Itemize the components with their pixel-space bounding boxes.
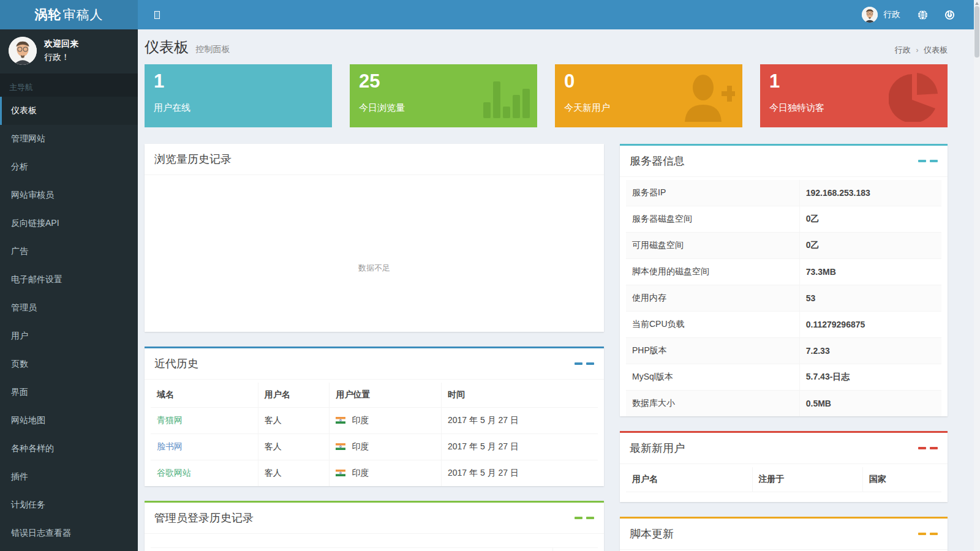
server-info-value: 192.168.253.183 — [799, 180, 941, 206]
newest-users-panel: 最新新用户 用户名 注册于 国家 — [620, 431, 948, 502]
stat-value: 1 — [154, 70, 323, 94]
breadcrumb-separator: › — [916, 46, 918, 54]
collapse-dash-icon[interactable] — [930, 447, 938, 449]
script-update-panel: 脚本更新 — [620, 517, 948, 551]
sidebar-item-php-info[interactable]: PHP信息 — [0, 547, 138, 551]
pageviews-history-panel: 浏览量历史记录 数据不足 — [145, 144, 604, 332]
panel-tools — [918, 533, 938, 535]
sidebar-item-users[interactable]: 用户 — [0, 322, 138, 350]
table-row: 数据库大小0.5MB — [626, 391, 941, 417]
server-info-table: 服务器IP192.168.253.183 服务器磁盘空间0乙 可用磁盘空间0乙 … — [626, 180, 941, 416]
sidebar-item-ads[interactable]: 广告 — [0, 238, 138, 266]
collapse-dash-icon[interactable] — [586, 517, 594, 519]
avatar — [862, 7, 878, 23]
newest-users-table: 用户名 注册于 国家 — [626, 467, 941, 502]
stat-label: 用户在线 — [154, 102, 323, 114]
sidebar: 欢迎回来 行政！ 主导航 仪表板 管理网站 分析 网站审核员 反向链接API 广… — [0, 29, 138, 551]
sidebar-item-manage-sites[interactable]: 管理网站 — [0, 125, 138, 153]
india-flag-icon — [336, 442, 345, 452]
sidebar-user-panel: 欢迎回来 行政！ — [0, 29, 138, 73]
sidebar-item-site-auditor[interactable]: 网站审核员 — [0, 181, 138, 209]
domain-link[interactable]: 脸书网 — [157, 441, 183, 451]
collapse-dash-icon[interactable] — [918, 533, 926, 535]
logo-bold-text: 涡轮 — [35, 6, 62, 23]
user-menu[interactable]: 行政 — [853, 0, 909, 29]
breadcrumb-current: 仪表板 — [924, 45, 948, 54]
server-info-label: 数据库大小 — [626, 391, 799, 417]
page-title: 仪表板 — [145, 39, 189, 55]
stat-card-users-online[interactable]: 1 用户在线 — [145, 64, 332, 127]
panel-tools — [918, 447, 938, 449]
domain-link[interactable]: 谷歌网站 — [157, 468, 191, 478]
panel-tools — [918, 160, 938, 162]
cell-location: 印度 — [330, 408, 442, 434]
cell-time: 2017 年 5 月 27 日 — [441, 408, 598, 434]
cell-location: 印度 — [330, 434, 442, 460]
server-info-label: PHP版本 — [626, 338, 799, 364]
welcome-text: 欢迎回来 行政！ — [44, 37, 78, 64]
table-row: 谷歌网站 客人 印度 2017 年 5 月 27 日 — [151, 460, 598, 487]
stat-card-unique-visitors-today[interactable]: 1 今日独特访客 — [760, 64, 948, 127]
sidebar-item-pages[interactable]: 页数 — [0, 350, 138, 378]
collapse-dash-icon[interactable] — [575, 362, 582, 365]
sidebar-item-email-settings[interactable]: 电子邮件设置 — [0, 266, 138, 294]
sidebar-item-sitemap[interactable]: 网站地图 — [0, 407, 138, 435]
navbar-main: 行政 — [138, 0, 980, 29]
page-scrollbar — [974, 0, 980, 551]
toggle-glyph-icon — [154, 11, 160, 19]
breadcrumb: 行政 › 仪表板 — [895, 45, 948, 57]
collapse-dash-icon[interactable] — [930, 533, 938, 535]
server-info-label: MySql版本 — [626, 364, 799, 391]
pie-chart-icon — [889, 73, 940, 124]
panel-tools — [575, 517, 594, 519]
collapse-dash-icon[interactable] — [575, 517, 582, 519]
cell-username: 客人 — [258, 408, 330, 434]
app-logo[interactable]: 涡轮 审稿人 — [0, 0, 138, 29]
stat-card-new-users-today[interactable]: 0 今天新用户 — [555, 64, 742, 127]
collapse-dash-icon[interactable] — [930, 160, 938, 162]
sidebar-item-error-log[interactable]: 错误日志查看器 — [0, 519, 138, 547]
breadcrumb-parent[interactable]: 行政 — [895, 45, 911, 54]
sidebar-item-interface[interactable]: 界面 — [0, 378, 138, 407]
cell-location: 印度 — [330, 460, 442, 487]
sidebar-item-plugins[interactable]: 插件 — [0, 463, 138, 491]
recent-history-panel: 近代历史 域名 用户名 用户位置 时间 青猫网 — [145, 347, 604, 486]
server-info-panel: 服务器信息 服务器IP192.168.253.183 服务器磁盘空间0乙 可用磁… — [620, 144, 948, 416]
sidebar-toggle-icon[interactable] — [148, 0, 166, 29]
table-row: 脸书网 客人 印度 2017 年 5 月 27 日 — [151, 434, 598, 460]
scrollbar-thumb[interactable] — [974, 6, 979, 58]
sidebar-item-admins[interactable]: 管理员 — [0, 294, 138, 322]
collapse-dash-icon[interactable] — [918, 447, 926, 449]
top-navbar: 涡轮 审稿人 行政 — [0, 0, 980, 29]
collapse-dash-icon[interactable] — [586, 362, 594, 365]
table-row: 脚本使用的磁盘空间73.3MB — [626, 259, 941, 285]
col-location: 用户位置 — [330, 383, 442, 408]
cell-username: 客人 — [258, 460, 330, 487]
navbar-right: 行政 — [853, 0, 963, 29]
scrollbar-up-arrow-icon[interactable] — [975, 2, 979, 5]
panel-title: 浏览量历史记录 — [154, 152, 232, 167]
globe-icon[interactable] — [909, 0, 936, 29]
stat-cards-row: 1 用户在线 25 今日浏览量 0 今天新用户 — [145, 64, 948, 127]
sidebar-item-cron-tasks[interactable]: 计划任务 — [0, 491, 138, 519]
col-time: 时间 — [441, 383, 598, 408]
panel-title: 最新新用户 — [630, 441, 685, 455]
sidebar-item-analytics[interactable]: 分析 — [0, 153, 138, 181]
power-icon[interactable] — [936, 0, 963, 29]
sidebar-item-backlink-api[interactable]: 反向链接API — [0, 209, 138, 238]
collapse-dash-icon[interactable] — [918, 160, 926, 162]
table-row: PHP版本7.2.33 — [626, 338, 941, 364]
clipped-table-row — [151, 547, 598, 551]
bar-chart-icon — [482, 73, 530, 122]
server-info-label: 可用磁盘空间 — [626, 233, 799, 259]
navbar-username: 行政 — [883, 9, 900, 20]
sidebar-item-misc[interactable]: 各种各样的 — [0, 435, 138, 463]
stat-card-pageviews-today[interactable]: 25 今日浏览量 — [350, 64, 537, 127]
col-username: 用户名 — [258, 383, 330, 408]
india-flag-icon — [336, 468, 345, 478]
sidebar-item-dashboard[interactable]: 仪表板 — [0, 97, 138, 125]
user-plus-icon — [680, 73, 735, 124]
location-text: 印度 — [352, 415, 369, 425]
server-info-value: 5.7.43-日志 — [799, 364, 941, 391]
domain-link[interactable]: 青猫网 — [157, 415, 183, 425]
